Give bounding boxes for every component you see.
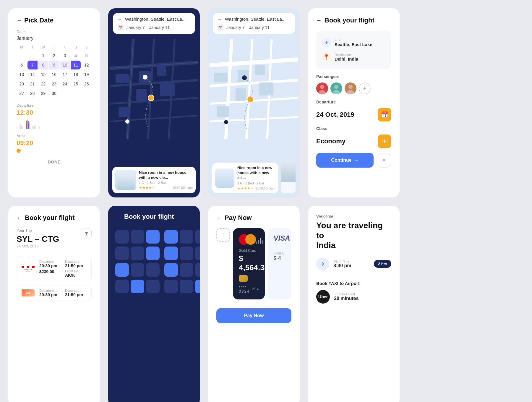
- malaysia-airlines-logo: malaysia airlines: [22, 266, 35, 272]
- tick: [33, 127, 34, 129]
- map2-header: ← Washington, Seattle, East La... 📅 Janu…: [213, 13, 295, 34]
- airline-logo-2: AIR: [21, 289, 35, 297]
- cal-day-11[interactable]: 11: [71, 61, 81, 69]
- uber-logo[interactable]: Uber: [316, 290, 330, 304]
- listing2-card[interactable]: Nice room in a new house with a new cle.…: [212, 163, 278, 193]
- cal-day-26[interactable]: 26: [81, 80, 92, 88]
- add-passenger-button[interactable]: +: [359, 82, 371, 94]
- seat-back-icon[interactable]: ←: [115, 214, 121, 220]
- cal-day-29[interactable]: 29: [38, 89, 48, 98]
- map2-back-icon[interactable]: ←: [218, 17, 222, 22]
- cal-day-7[interactable]: 7: [27, 61, 38, 69]
- listing-card[interactable]: Nice room in a new house with a new cle.…: [112, 167, 196, 193]
- cal-day-8[interactable]: 8: [38, 61, 48, 69]
- cal-day-15[interactable]: 15: [38, 70, 48, 79]
- seat-4b[interactable]: [131, 280, 144, 293]
- cal-day-16[interactable]: 16: [49, 70, 59, 79]
- seat-2b[interactable]: [131, 247, 144, 260]
- seat-1a[interactable]: [115, 230, 129, 244]
- date-label: Date: [17, 30, 92, 34]
- book-flight-back-icon[interactable]: ←: [316, 17, 322, 24]
- cal-icon: 📅: [118, 25, 124, 30]
- seat-3b[interactable]: [131, 263, 144, 277]
- cal-day-21[interactable]: 21: [27, 80, 38, 88]
- listing-price: $550.00/night: [173, 185, 193, 190]
- map2-view[interactable]: [208, 39, 300, 139]
- cal-day-5[interactable]: 5: [81, 51, 92, 60]
- seat-2d[interactable]: [164, 247, 178, 260]
- cal-day-4[interactable]: 4: [71, 51, 81, 60]
- cal-day-12[interactable]: 12: [81, 61, 92, 69]
- cal-day-23[interactable]: 23: [49, 80, 59, 88]
- seat-2e[interactable]: [180, 247, 193, 260]
- visa-card[interactable]: VISA Gold C $ 4: [268, 228, 292, 299]
- cancel-button[interactable]: ✕: [377, 153, 391, 168]
- continue-button[interactable]: Continue →: [316, 153, 374, 168]
- back-button[interactable]: ← Pick Date: [17, 17, 92, 24]
- filter-button[interactable]: ⊞: [81, 228, 92, 239]
- seat-1c[interactable]: [146, 230, 160, 244]
- pay-now-button[interactable]: Pay Now: [216, 308, 291, 323]
- trip-back-icon[interactable]: ←: [17, 215, 22, 221]
- seat-4e[interactable]: [180, 280, 193, 293]
- seat-1b[interactable]: [131, 230, 144, 244]
- cal-day-25[interactable]: 25: [71, 80, 81, 88]
- seat-3a[interactable]: [115, 263, 129, 277]
- seat-4a[interactable]: [115, 280, 129, 293]
- cal-day-24[interactable]: 24: [60, 80, 70, 88]
- cal-day-28[interactable]: 28: [27, 89, 38, 98]
- seat-1f[interactable]: [195, 230, 200, 244]
- listing2-bottom: Nice room in a new house with a new cle.…: [208, 158, 300, 197]
- tick: [25, 123, 25, 129]
- map-view[interactable]: [108, 39, 200, 139]
- flight-row-1[interactable]: malaysia airlines Departure 20:30 pm Dep…: [17, 256, 92, 281]
- cal-day-2[interactable]: 2: [49, 51, 59, 60]
- seat-1d[interactable]: [164, 230, 178, 244]
- svg-rect-12: [116, 74, 129, 83]
- cal-day-9[interactable]: 9: [49, 61, 59, 69]
- seat-2c[interactable]: [146, 247, 160, 260]
- cal-day-14[interactable]: 14: [27, 70, 38, 79]
- seat-2a[interactable]: [115, 247, 129, 260]
- cal-day-30[interactable]: 30: [49, 89, 59, 98]
- seat-4f[interactable]: [195, 280, 200, 293]
- seat-3f[interactable]: [195, 263, 200, 277]
- departure-calendar-button[interactable]: 📅: [378, 108, 391, 121]
- cal-day-6[interactable]: 6: [17, 61, 27, 69]
- seat-3e[interactable]: [180, 263, 193, 277]
- cal-day-1[interactable]: 1: [38, 51, 48, 60]
- dest-info: Destination Delhi, India: [335, 53, 358, 61]
- continue-row: Continue → ✕: [316, 153, 391, 168]
- cal-day-20[interactable]: 20: [17, 80, 27, 88]
- cal-day-27[interactable]: 27: [17, 89, 27, 98]
- cal-day-13[interactable]: 13: [17, 70, 27, 79]
- pay-back-icon[interactable]: ←: [216, 215, 222, 221]
- seat-4c[interactable]: [146, 280, 160, 293]
- listing-title: Nice room in a new house with a new cle.…: [139, 170, 193, 180]
- weekday-s2: S: [81, 44, 92, 51]
- seat-row-2: [115, 247, 193, 260]
- cal-day-22[interactable]: 22: [38, 80, 48, 88]
- add-card-button[interactable]: +: [216, 228, 230, 242]
- svg-point-37: [320, 85, 324, 89]
- seat-2f[interactable]: [195, 247, 200, 260]
- arr1-label: Departure: [65, 260, 87, 263]
- seat-3c[interactable]: [146, 263, 160, 277]
- done-button[interactable]: DONE: [17, 155, 92, 168]
- flight-row-2[interactable]: AIR Departure 20:30 pm Departure 21:50 p…: [17, 285, 92, 301]
- cal-day-17[interactable]: 17: [60, 70, 70, 79]
- departure-slider[interactable]: [17, 118, 92, 129]
- seat-4d[interactable]: [164, 280, 178, 293]
- map-back-icon[interactable]: ←: [118, 17, 122, 22]
- dest-value: Delhi, India: [335, 56, 358, 61]
- cal-day-10[interactable]: 10: [60, 61, 70, 69]
- cal-day-19[interactable]: 19: [81, 70, 92, 79]
- seat-3d[interactable]: [164, 263, 178, 277]
- cal-day-3[interactable]: 3: [60, 51, 70, 60]
- card-top-row: [239, 234, 259, 245]
- your-trip-label: Your Trip: [17, 228, 59, 233]
- seat-1e[interactable]: [180, 230, 193, 244]
- cal-day-18[interactable]: 18: [71, 70, 81, 79]
- main-credit-card[interactable]: Gold Card $ 4,564.34 •••• 0824 12/14: [233, 228, 265, 299]
- class-button[interactable]: ✈: [378, 134, 391, 148]
